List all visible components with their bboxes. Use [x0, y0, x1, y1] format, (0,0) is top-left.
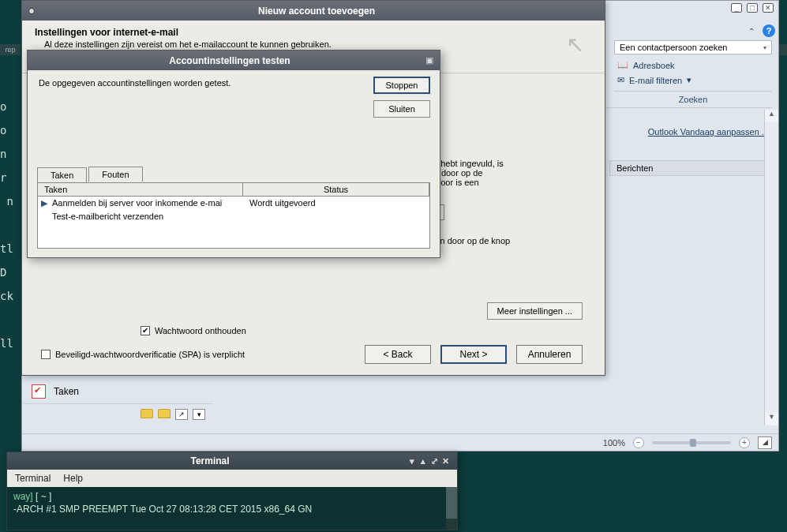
close-button[interactable]: Sluiten	[373, 100, 430, 118]
rolldown-icon[interactable]: ▴	[418, 456, 429, 466]
outlook-today-pane: Outlook Vandaag aanpassen ... Berichten	[603, 127, 769, 176]
email-filter-label: E-mail filteren	[629, 76, 682, 85]
dialog-subheading: Al deze instellingen zijn vereist om het…	[35, 38, 545, 49]
remember-password-label: Wachtwoord onthouden	[155, 326, 246, 335]
contact-search-input[interactable]: Een contactpersoon zoeken ▾	[614, 40, 772, 54]
zoom-in-button[interactable]: +	[739, 437, 750, 448]
scrollbar-thumb[interactable]	[446, 487, 457, 519]
dropdown-icon: ▾	[687, 75, 691, 85]
nav-tasks[interactable]: Taken	[24, 380, 213, 404]
help-icon[interactable]: ?	[763, 24, 775, 37]
dropdown-icon: ▾	[763, 44, 766, 51]
next-button[interactable]: Next >	[440, 345, 507, 364]
task-status: Wordt uitgevoerd	[249, 198, 426, 208]
rollup-icon[interactable]: ▾	[407, 456, 418, 466]
tab-strip: Taken Fouten	[37, 167, 144, 182]
close-icon[interactable]: ✕	[763, 3, 774, 13]
row-marker-icon	[41, 212, 52, 221]
terminal-scrollbar[interactable]	[446, 487, 457, 530]
prompt-text: way]	[13, 491, 33, 502]
pin-icon[interactable]	[28, 8, 35, 14]
menu-help[interactable]: Help	[63, 473, 83, 484]
terminal-menubar: Terminal Help	[7, 470, 457, 487]
terminal-title: Terminal	[13, 455, 407, 466]
menu-terminal[interactable]: Terminal	[15, 473, 51, 484]
cancel-button[interactable]: Annuleren	[516, 345, 583, 364]
navigation-pane: Taken ↗ ▾	[24, 380, 213, 425]
dialog-title: Nieuw account toevoegen	[35, 6, 598, 17]
spa-label: Beveiligd-wachtwoordverificatie (SPA) is…	[55, 350, 245, 359]
vertical-scrollbar[interactable]: ▲ ▼	[764, 110, 778, 425]
checkbox-icon[interactable]	[41, 350, 51, 359]
ribbon-strip: ⌃ ?	[748, 23, 775, 39]
tab-tasks[interactable]: Taken	[37, 167, 87, 182]
dialog-footer: < Back Next > Annuleren	[365, 345, 583, 364]
messages-header: Berichten	[609, 160, 769, 176]
terminal-window: Terminal ▾ ▴ ⤢ ✕ Terminal Help way] [ ~ …	[6, 451, 458, 530]
row-marker-icon: ▶	[41, 198, 52, 208]
test-status-message: De opgegeven accountinstellingen worden …	[39, 78, 429, 88]
checkbox-icon[interactable]	[141, 326, 150, 335]
folder-icon[interactable]	[158, 409, 171, 418]
maximize-icon[interactable]: □	[747, 3, 758, 13]
shortcut-icon[interactable]: ↗	[175, 409, 188, 420]
collapse-ribbon-icon[interactable]: ⌃	[748, 27, 755, 36]
nav-tasks-label: Taken	[54, 386, 79, 397]
tasks-icon	[32, 384, 46, 399]
taskbar-fragment-left: rep	[0, 44, 21, 55]
zoom-level: 100%	[603, 438, 625, 448]
nav-shortcut-row: ↗ ▾	[24, 404, 213, 425]
close-icon[interactable]: ✕	[440, 456, 451, 466]
tab-errors[interactable]: Fouten	[88, 167, 142, 182]
table-row: ▶ Aanmelden bij server voor inkomende e-…	[38, 197, 429, 210]
zoom-slider-thumb[interactable]	[690, 439, 696, 447]
minimize-icon[interactable]: _	[731, 3, 742, 13]
status-bar: 100% − + ◢	[22, 433, 778, 451]
remember-password-row[interactable]: Wachtwoord onthouden	[141, 326, 246, 335]
terminal-titlebar[interactable]: Terminal ▾ ▴ ⤢ ✕	[7, 452, 457, 470]
ribbon-search-group: Een contactpersoon zoeken ▾ 📖 Adresboek …	[614, 40, 772, 107]
task-name: Test-e-mailbericht verzenden	[52, 212, 249, 221]
terminal-output[interactable]: way] [ ~ ] -ARCH #1 SMP PREEMPT Tue Oct …	[7, 487, 457, 519]
dialog-titlebar[interactable]: Nieuw account toevoegen	[22, 1, 605, 21]
contact-search-label: Een contactpersoon zoeken	[620, 43, 727, 52]
back-button[interactable]: < Back	[365, 345, 431, 364]
task-name: Aanmelden bij server voor inkomende e-ma…	[52, 198, 249, 208]
configure-icon[interactable]: ▾	[193, 409, 205, 420]
table-header: Taken Status	[38, 183, 429, 197]
dialog-side-buttons: Stoppen Sluiten	[373, 77, 430, 118]
address-book-button[interactable]: 📖 Adresboek	[614, 58, 772, 73]
terminal-line: -ARCH #1 SMP PREEMPT Tue Oct 27 08:13:28…	[13, 503, 451, 515]
prompt-path: [ ~ ]	[33, 491, 52, 502]
stop-button[interactable]: Stoppen	[373, 77, 430, 94]
zoom-out-button[interactable]: −	[633, 437, 644, 448]
tasks-table: Taken Status ▶ Aanmelden bij server voor…	[37, 182, 430, 249]
column-tasks[interactable]: Taken	[38, 183, 243, 196]
cursor-artwork-icon	[545, 27, 592, 66]
search-group-label: Zoeken	[614, 91, 772, 107]
test-account-settings-dialog: Accountinstellingen testen ▣ De opgegeve…	[27, 50, 440, 258]
address-book-label: Adresboek	[633, 61, 675, 70]
dialog-heading: Instellingen voor internet-e-mail	[35, 27, 545, 38]
resize-grip-icon[interactable]: ◢	[758, 436, 772, 449]
outlook-titlebar: _ □ ✕	[731, 1, 778, 15]
maximize-icon[interactable]: ⤢	[429, 456, 440, 466]
customize-outlook-today-link[interactable]: Outlook Vandaag aanpassen ...	[603, 127, 769, 160]
folder-icon[interactable]	[141, 409, 153, 418]
taskbar-fragment-right	[779, 44, 787, 55]
address-book-icon: 📖	[617, 60, 628, 70]
zoom-slider[interactable]	[652, 441, 731, 444]
scroll-down-icon[interactable]: ▼	[765, 413, 778, 425]
scroll-up-icon[interactable]: ▲	[765, 110, 778, 122]
email-filter-button[interactable]: ✉ E-mail filteren ▾	[614, 73, 772, 88]
pin-icon[interactable]: ▣	[425, 55, 433, 66]
task-status	[249, 212, 426, 221]
spa-required-row[interactable]: Beveiligd-wachtwoordverificatie (SPA) is…	[41, 350, 245, 359]
background-terminal-text: o o n r n tl D ck ll	[0, 47, 22, 355]
more-settings-button[interactable]: Meer instellingen ...	[487, 302, 583, 320]
table-row: Test-e-mailbericht verzenden	[38, 210, 429, 223]
dialog-title: Accountinstellingen testen	[34, 55, 425, 66]
column-status[interactable]: Status	[243, 183, 429, 196]
dialog-titlebar[interactable]: Accountinstellingen testen ▣	[28, 51, 440, 70]
filter-icon: ✉	[617, 75, 624, 85]
